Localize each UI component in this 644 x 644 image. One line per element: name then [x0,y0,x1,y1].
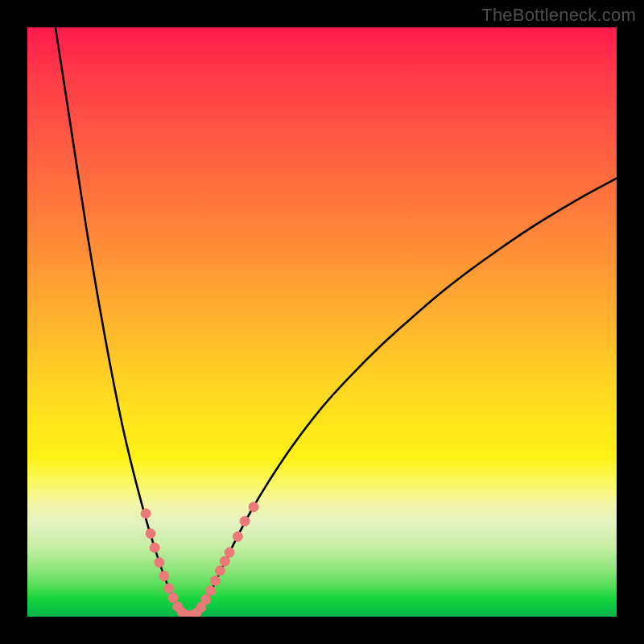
data-dot [233,531,242,541]
data-dot [146,529,155,539]
data-dot [240,516,250,526]
plot-area [27,27,617,617]
data-dots-group [141,502,258,617]
data-dot [220,556,229,566]
data-dot [168,593,178,603]
data-dot [155,558,164,568]
watermark-text: TheBottleneck.com [481,5,636,26]
data-dot [206,586,216,596]
data-dot [225,547,234,557]
bottleneck-curve [55,27,617,617]
data-dot [249,502,258,512]
data-dot [164,584,174,593]
data-dot [150,543,159,552]
data-dot [159,571,169,580]
data-dot [201,595,211,605]
data-dot [141,509,151,518]
chart-frame: TheBottleneck.com [0,0,644,644]
chart-svg [27,27,617,617]
data-dot [215,566,225,576]
data-dot [211,576,221,585]
